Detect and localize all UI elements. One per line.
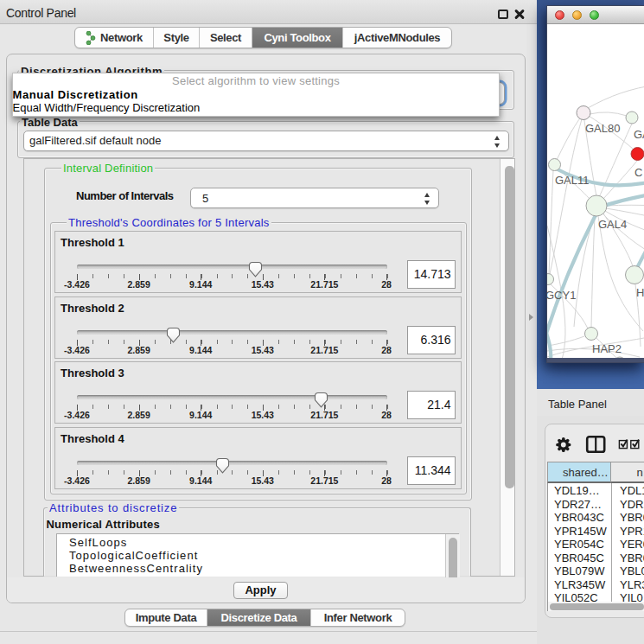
svg-text:GCY1: GCY1 bbox=[547, 289, 576, 302]
svg-text:GAL11: GAL11 bbox=[555, 174, 590, 187]
svg-text:GA: GA bbox=[634, 128, 644, 141]
svg-text:GAL4: GAL4 bbox=[598, 218, 627, 231]
svg-text:C: C bbox=[634, 166, 642, 179]
svg-text:HAP2: HAP2 bbox=[592, 342, 622, 355]
svg-text:GAL80: GAL80 bbox=[585, 122, 620, 135]
svg-text:H: H bbox=[636, 286, 644, 299]
